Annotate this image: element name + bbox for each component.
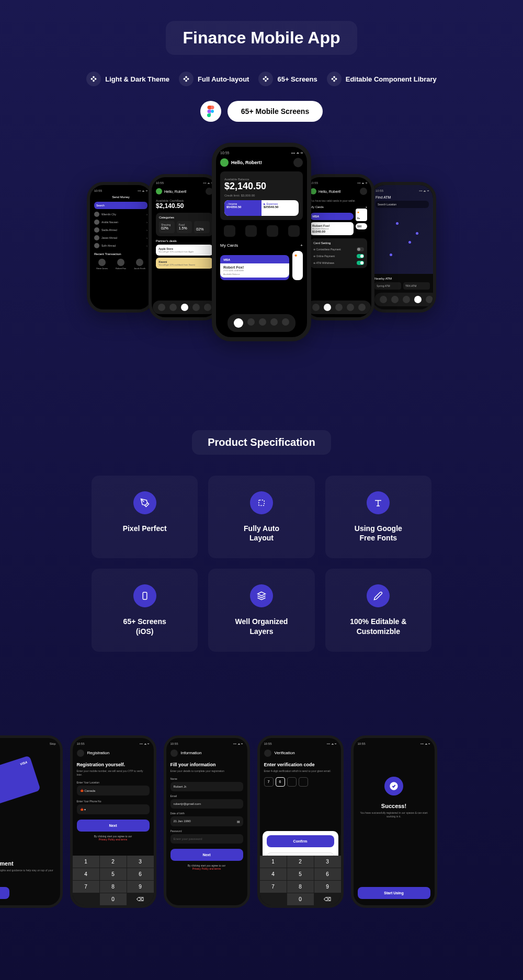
keypad[interactable]: 1234567890⌫ — [73, 856, 154, 905]
contact-item[interactable]: Wiemlin Chy› — [94, 212, 147, 217]
feature-theme: Light & Dark Theme — [86, 72, 169, 86]
check-icon — [384, 777, 403, 795]
spec-grid: Pixel Perfect Fully Auto Layout Using Go… — [92, 476, 431, 652]
password-input[interactable]: Enetr your password — [170, 834, 243, 844]
next-button[interactable]: Next — [0, 887, 9, 899]
mock-registration: 10:55••• ⏶ ▭ Registration Registration y… — [70, 735, 156, 908]
svg-rect-2 — [143, 593, 147, 600]
diamond-icon — [327, 72, 342, 86]
screens-gallery: Skip VISAArlene McCoyExp: 12/25 anagemen… — [0, 735, 502, 908]
confirm-button[interactable]: Confirm — [267, 835, 334, 847]
mock-verification: 10:55••• ⏶ ▭ Verification Enter verifica… — [257, 735, 344, 908]
phone-cashback: 10:55••• ⏶ ▭ Hello, Robert! Available Ca… — [149, 174, 220, 320]
layers-icon — [250, 584, 273, 607]
phone-mockups: 10:55••• ⏶ ▭ Send Money Search Wiemlin C… — [0, 143, 523, 388]
svg-point-0 — [211, 110, 214, 113]
deal-card[interactable]: XiaomiYou will get 12% cashback from Xia… — [156, 258, 213, 269]
bell-icon[interactable] — [293, 158, 303, 167]
phone-cards: 10:55••• ⏶ ▭ Hello, Robert! You have two… — [303, 174, 374, 320]
contact-item[interactable]: Sadia Ahmed› — [94, 227, 147, 233]
cta-button[interactable]: 65+ Mobile Screens — [228, 101, 323, 122]
diamond-icon — [179, 72, 194, 86]
toggle-contactless[interactable] — [357, 247, 364, 251]
nav-dock[interactable] — [374, 293, 436, 306]
keypad[interactable]: 1234567890⌫ — [260, 856, 341, 905]
nav-dock[interactable] — [228, 314, 295, 332]
contact-item[interactable]: Jawer Ahmed› — [94, 235, 147, 240]
spec-pixel-perfect: Pixel Perfect — [92, 476, 198, 558]
spec-editable: 100% Editable & Customizble — [325, 569, 431, 651]
phone-home: 10:55••• ⏶ ▭ Hello, Robert! Available Ba… — [212, 143, 311, 341]
phone-input[interactable]: 🍁 ▾ — [77, 804, 150, 814]
mock-success: 10:55••• ⏶ ▭ Success! You have successfu… — [351, 735, 437, 908]
phone-find-atm: 10:55••• ⏶ ▭ Find ATM Search Location Ne… — [368, 182, 436, 313]
edit-icon — [367, 584, 390, 607]
pen-icon — [133, 491, 156, 514]
next-button[interactable]: Next — [77, 820, 150, 832]
bell-icon[interactable] — [360, 188, 367, 195]
contact-item[interactable]: Sofir Ahmad› — [94, 243, 147, 248]
dob-input[interactable]: 21 Jan 1990▤ — [170, 816, 243, 826]
feature-badges: Light & Dark Theme Full Auto-layout 65+ … — [0, 72, 523, 86]
toggle-online[interactable] — [357, 254, 364, 258]
otp-input[interactable]: 76 — [264, 777, 337, 787]
page-title: Finance Mobile App — [166, 21, 357, 55]
email-input[interactable]: robertjr@gmail.com — [170, 799, 243, 809]
nav-dock[interactable] — [307, 301, 371, 314]
text-icon — [367, 491, 390, 514]
feature-screens: 65+ Screens — [258, 72, 317, 86]
diamond-icon — [86, 72, 101, 86]
back-icon[interactable] — [170, 750, 178, 757]
feature-layout: Full Auto-layout — [179, 72, 249, 86]
spec-auto-layout: Fully Auto Layout — [208, 476, 314, 558]
frame-icon — [250, 491, 273, 514]
phone-send-money: 10:55••• ⏶ ▭ Send Money Search Wiemlin C… — [87, 182, 155, 313]
figma-icon — [200, 101, 221, 122]
toggle-atm[interactable] — [357, 261, 364, 265]
start-using-button[interactable]: Start Using — [358, 887, 430, 899]
back-icon[interactable] — [77, 750, 84, 757]
location-input[interactable]: 🍁 Canada — [77, 786, 150, 795]
diamond-icon — [258, 72, 273, 86]
svg-rect-1 — [259, 500, 265, 506]
spec-title: Product Specification — [192, 430, 331, 455]
feature-components: Editable Component Library — [327, 72, 437, 86]
quick-actions[interactable] — [220, 225, 303, 237]
spec-layers: Well Organized Layers — [208, 569, 314, 651]
deal-card[interactable]: Apple StoreYou will get 15% cashback fro… — [156, 245, 213, 256]
name-input[interactable]: Robert Jr. — [170, 782, 243, 791]
spec-screens: 65+ Screens (iOS) — [92, 569, 198, 651]
phone-icon — [133, 584, 156, 607]
contact-item[interactable]: Arafat Nausen› — [94, 220, 147, 225]
nav-dock[interactable] — [153, 301, 217, 314]
spec-fonts: Using Google Free Fonts — [325, 476, 431, 558]
next-button[interactable]: Next — [170, 849, 243, 861]
mock-onboarding: Skip VISAArlene McCoyExp: 12/25 anagemen… — [0, 735, 63, 908]
back-icon[interactable] — [264, 750, 271, 757]
add-icon[interactable]: + — [300, 243, 303, 248]
mock-information: 10:55••• ⏶ ▭ Information Fill your infor… — [164, 735, 250, 908]
